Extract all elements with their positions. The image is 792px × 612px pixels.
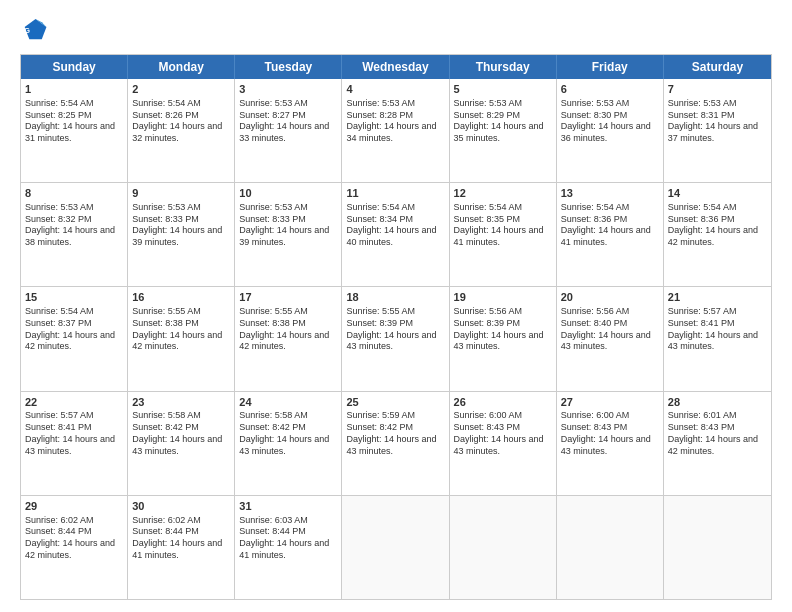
- daylight: Daylight: 14 hours and 31 minutes.: [25, 121, 123, 144]
- day-cell-18: 18 Sunrise: 5:55 AM Sunset: 8:39 PM Dayl…: [342, 287, 449, 390]
- sunrise: Sunrise: 5:55 AM: [346, 306, 444, 318]
- day-number: 17: [239, 290, 337, 305]
- day-cell-27: 27 Sunrise: 6:00 AM Sunset: 8:43 PM Dayl…: [557, 392, 664, 495]
- sunset: Sunset: 8:29 PM: [454, 110, 552, 122]
- day-cell-11: 11 Sunrise: 5:54 AM Sunset: 8:34 PM Dayl…: [342, 183, 449, 286]
- day-number: 26: [454, 395, 552, 410]
- day-number: 25: [346, 395, 444, 410]
- daylight: Daylight: 14 hours and 33 minutes.: [239, 121, 337, 144]
- sunrise: Sunrise: 5:58 AM: [132, 410, 230, 422]
- daylight: Daylight: 14 hours and 41 minutes.: [132, 538, 230, 561]
- sunset: Sunset: 8:37 PM: [25, 318, 123, 330]
- day-cell-29: 29 Sunrise: 6:02 AM Sunset: 8:44 PM Dayl…: [21, 496, 128, 599]
- sunrise: Sunrise: 6:03 AM: [239, 515, 337, 527]
- daylight: Daylight: 14 hours and 35 minutes.: [454, 121, 552, 144]
- sunrise: Sunrise: 5:54 AM: [561, 202, 659, 214]
- sunrise: Sunrise: 5:53 AM: [239, 98, 337, 110]
- daylight: Daylight: 14 hours and 34 minutes.: [346, 121, 444, 144]
- sunrise: Sunrise: 5:53 AM: [668, 98, 767, 110]
- sunset: Sunset: 8:30 PM: [561, 110, 659, 122]
- day-cell-3: 3 Sunrise: 5:53 AM Sunset: 8:27 PM Dayli…: [235, 79, 342, 182]
- sunrise: Sunrise: 5:56 AM: [454, 306, 552, 318]
- daylight: Daylight: 14 hours and 43 minutes.: [454, 330, 552, 353]
- sunrise: Sunrise: 5:57 AM: [25, 410, 123, 422]
- sunset: Sunset: 8:31 PM: [668, 110, 767, 122]
- day-cell-6: 6 Sunrise: 5:53 AM Sunset: 8:30 PM Dayli…: [557, 79, 664, 182]
- day-cell-16: 16 Sunrise: 5:55 AM Sunset: 8:38 PM Dayl…: [128, 287, 235, 390]
- day-number: 2: [132, 82, 230, 97]
- sunset: Sunset: 8:28 PM: [346, 110, 444, 122]
- day-number: 18: [346, 290, 444, 305]
- day-header-tuesday: Tuesday: [235, 55, 342, 79]
- daylight: Daylight: 14 hours and 41 minutes.: [561, 225, 659, 248]
- day-cell-2: 2 Sunrise: 5:54 AM Sunset: 8:26 PM Dayli…: [128, 79, 235, 182]
- day-cell-4: 4 Sunrise: 5:53 AM Sunset: 8:28 PM Dayli…: [342, 79, 449, 182]
- daylight: Daylight: 14 hours and 42 minutes.: [132, 330, 230, 353]
- day-number: 6: [561, 82, 659, 97]
- daylight: Daylight: 14 hours and 43 minutes.: [561, 330, 659, 353]
- svg-text:G: G: [24, 26, 30, 35]
- sunrise: Sunrise: 5:54 AM: [668, 202, 767, 214]
- day-cell-12: 12 Sunrise: 5:54 AM Sunset: 8:35 PM Dayl…: [450, 183, 557, 286]
- sunrise: Sunrise: 5:53 AM: [239, 202, 337, 214]
- day-number: 13: [561, 186, 659, 201]
- day-cell-30: 30 Sunrise: 6:02 AM Sunset: 8:44 PM Dayl…: [128, 496, 235, 599]
- day-header-wednesday: Wednesday: [342, 55, 449, 79]
- sunset: Sunset: 8:40 PM: [561, 318, 659, 330]
- day-number: 20: [561, 290, 659, 305]
- day-header-saturday: Saturday: [664, 55, 771, 79]
- sunset: Sunset: 8:43 PM: [454, 422, 552, 434]
- daylight: Daylight: 14 hours and 41 minutes.: [454, 225, 552, 248]
- day-cell-8: 8 Sunrise: 5:53 AM Sunset: 8:32 PM Dayli…: [21, 183, 128, 286]
- week-row-1: 1 Sunrise: 5:54 AM Sunset: 8:25 PM Dayli…: [21, 79, 771, 182]
- calendar-body: 1 Sunrise: 5:54 AM Sunset: 8:25 PM Dayli…: [21, 79, 771, 599]
- daylight: Daylight: 14 hours and 42 minutes.: [25, 330, 123, 353]
- sunrise: Sunrise: 6:02 AM: [25, 515, 123, 527]
- empty-cell: [342, 496, 449, 599]
- day-number: 19: [454, 290, 552, 305]
- day-number: 9: [132, 186, 230, 201]
- sunset: Sunset: 8:33 PM: [239, 214, 337, 226]
- day-number: 31: [239, 499, 337, 514]
- sunrise: Sunrise: 5:54 AM: [346, 202, 444, 214]
- sunrise: Sunrise: 5:53 AM: [454, 98, 552, 110]
- sunset: Sunset: 8:32 PM: [25, 214, 123, 226]
- sunset: Sunset: 8:27 PM: [239, 110, 337, 122]
- day-cell-9: 9 Sunrise: 5:53 AM Sunset: 8:33 PM Dayli…: [128, 183, 235, 286]
- day-number: 11: [346, 186, 444, 201]
- day-cell-26: 26 Sunrise: 6:00 AM Sunset: 8:43 PM Dayl…: [450, 392, 557, 495]
- page: G SundayMondayTuesdayWednesdayThursdayFr…: [0, 0, 792, 612]
- day-cell-20: 20 Sunrise: 5:56 AM Sunset: 8:40 PM Dayl…: [557, 287, 664, 390]
- empty-cell: [557, 496, 664, 599]
- day-cell-25: 25 Sunrise: 5:59 AM Sunset: 8:42 PM Dayl…: [342, 392, 449, 495]
- sunrise: Sunrise: 5:55 AM: [239, 306, 337, 318]
- sunset: Sunset: 8:43 PM: [561, 422, 659, 434]
- day-number: 24: [239, 395, 337, 410]
- daylight: Daylight: 14 hours and 40 minutes.: [346, 225, 444, 248]
- day-number: 12: [454, 186, 552, 201]
- sunset: Sunset: 8:42 PM: [132, 422, 230, 434]
- daylight: Daylight: 14 hours and 43 minutes.: [25, 434, 123, 457]
- sunset: Sunset: 8:35 PM: [454, 214, 552, 226]
- day-cell-15: 15 Sunrise: 5:54 AM Sunset: 8:37 PM Dayl…: [21, 287, 128, 390]
- day-cell-23: 23 Sunrise: 5:58 AM Sunset: 8:42 PM Dayl…: [128, 392, 235, 495]
- sunrise: Sunrise: 5:53 AM: [561, 98, 659, 110]
- day-cell-14: 14 Sunrise: 5:54 AM Sunset: 8:36 PM Dayl…: [664, 183, 771, 286]
- sunrise: Sunrise: 5:54 AM: [454, 202, 552, 214]
- day-header-friday: Friday: [557, 55, 664, 79]
- day-number: 1: [25, 82, 123, 97]
- day-cell-17: 17 Sunrise: 5:55 AM Sunset: 8:38 PM Dayl…: [235, 287, 342, 390]
- sunrise: Sunrise: 5:53 AM: [132, 202, 230, 214]
- daylight: Daylight: 14 hours and 42 minutes.: [239, 330, 337, 353]
- sunrise: Sunrise: 5:53 AM: [25, 202, 123, 214]
- sunrise: Sunrise: 5:56 AM: [561, 306, 659, 318]
- daylight: Daylight: 14 hours and 43 minutes.: [668, 330, 767, 353]
- day-number: 15: [25, 290, 123, 305]
- day-number: 10: [239, 186, 337, 201]
- day-number: 14: [668, 186, 767, 201]
- sunset: Sunset: 8:43 PM: [668, 422, 767, 434]
- sunset: Sunset: 8:25 PM: [25, 110, 123, 122]
- daylight: Daylight: 14 hours and 39 minutes.: [239, 225, 337, 248]
- sunset: Sunset: 8:44 PM: [25, 526, 123, 538]
- logo-icon: G: [20, 16, 48, 44]
